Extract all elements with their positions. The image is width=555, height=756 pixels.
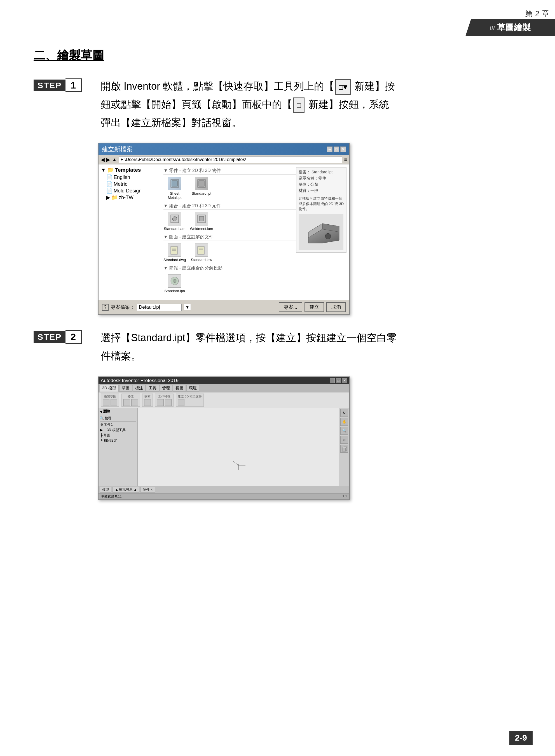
forward-btn[interactable]: ▶	[106, 157, 110, 163]
ribbon-tab-annotate[interactable]: 標注	[133, 385, 145, 392]
project-label: 專案檔案：	[111, 304, 135, 310]
sketch-icon[interactable]	[103, 399, 110, 406]
pan-tool[interactable]: ✋	[340, 418, 348, 426]
ribbon-content: 繪製草圖 修改 探索 工作特徵 建	[98, 392, 349, 408]
panel-item-sketch[interactable]: ├ 草圖	[100, 433, 136, 438]
tree-root: ▼ 📁 Templates	[101, 167, 158, 173]
project-dropdown[interactable]: ▼	[184, 304, 191, 310]
inv-close[interactable]: ✕	[342, 378, 347, 383]
panel-item-3d[interactable]: ▶ ├ 3D 模型工具	[100, 428, 136, 433]
up-btn[interactable]: ▲	[112, 157, 117, 163]
inventor-canvas	[138, 408, 339, 486]
step-1-text2b: 新建】按鈕，系統	[306, 98, 389, 110]
weldment-iam-label: Weldment.iam	[190, 227, 213, 231]
plane-icon[interactable]	[111, 399, 117, 406]
expand-icon: ▶	[100, 428, 103, 432]
project-btn[interactable]: 專案...	[279, 302, 302, 312]
ribbon-group-work: 工作特徵	[155, 394, 174, 407]
chapter-slash: ///	[490, 25, 495, 32]
inventor-titlebar: Autodesk Inventor Professional 2019 ─ □ …	[98, 377, 349, 384]
minimize-btn[interactable]: ─	[327, 147, 333, 152]
template-standard-idw[interactable]: Standard.idw	[190, 243, 213, 262]
preview-unit: 單位：公釐	[299, 182, 344, 187]
maximize-btn[interactable]: □	[334, 147, 339, 152]
template-weldment-iam[interactable]: Weldment.iam	[190, 212, 213, 231]
ribbon-tab-manage[interactable]: 管理	[160, 385, 172, 392]
explore-icon[interactable]	[144, 399, 151, 406]
tree-item-metric[interactable]: 📄 Metric	[101, 181, 158, 187]
ribbon-tab-view[interactable]: 視圖	[173, 385, 186, 392]
tree-file-icon2: 📄	[106, 181, 113, 187]
panel-item-part[interactable]: ⚙ 零件1	[100, 422, 136, 428]
ribbon-tab-3d[interactable]: 3D 模型	[100, 385, 119, 392]
tree-folder-icon: 📁	[107, 167, 114, 173]
ribbon-tab-list: 3D 模型 草圖 標注 工具 管理 視圖 環境	[100, 385, 348, 392]
tree-item-mold[interactable]: 📄 Mold Design	[101, 188, 158, 194]
modify-icon2[interactable]	[131, 399, 138, 406]
part-icon: ⚙	[100, 423, 103, 427]
work-icon2[interactable]	[165, 399, 172, 406]
help-icon[interactable]: ?	[102, 304, 109, 311]
step-1-num: 1	[66, 78, 82, 92]
zoom-tool[interactable]: 🔍	[340, 427, 348, 435]
template-standard-dwg[interactable]: Standard.dwg	[164, 243, 186, 262]
preview-file-value: Standard.ipt	[311, 170, 333, 174]
address-bar[interactable]: F:\Users\Public\Documents\Autodesk\Inven…	[119, 156, 343, 163]
tree-root-label: Templates	[115, 167, 141, 173]
close-btn[interactable]: ✕	[340, 147, 346, 152]
step-2-badge: STEP 2	[34, 330, 95, 344]
tree-item-zhtw[interactable]: ▶ 📁 zh-TW	[101, 194, 158, 201]
svg-line-22	[233, 461, 239, 465]
dialog-titlebar: 建立新檔案 ─ □ ✕	[98, 144, 349, 155]
object-tab[interactable]: 物件 ×	[140, 487, 155, 493]
status-left: 準備就緒 0.11	[101, 494, 122, 499]
template-sheet-metal[interactable]: SheetMetal.ipt	[164, 177, 186, 200]
inventor-screenshot: Autodesk Inventor Professional 2019 ─ □ …	[98, 376, 350, 500]
step-2-content: 選擇【Standard.ipt】零件檔選項，按【建立】按鈕建立一個空白零 件檔案…	[101, 329, 521, 365]
inventor-body: ◀ 瀏覽 🔍 搜尋 ⚙ 零件1 ▶ ├ 3D 模型工具 ├ 草圖 └ 初始設定	[98, 408, 349, 486]
step-1-text3: 彈出【建立新檔案】對話視窗。	[101, 117, 242, 128]
chapter-header: 第 2 章 /// 草圖繪製	[465, 8, 555, 36]
inv-minimize[interactable]: ─	[330, 378, 335, 383]
template-standard-iam[interactable]: Standard.iam	[164, 212, 186, 231]
section-title: 二、繪製草圖	[34, 48, 521, 63]
tree-file-icon4: 📁	[112, 194, 118, 201]
inventor-ribbon-tabs: 3D 模型 草圖 標注 工具 管理 視圖 環境	[98, 384, 349, 392]
svg-rect-3	[199, 181, 204, 186]
create-btn[interactable]: 建立	[304, 302, 324, 312]
inv-maximize[interactable]: □	[336, 378, 341, 383]
message-tab[interactable]: ▲ 顯示訊息 ▲	[113, 487, 139, 493]
step-1-content: 開啟 Inventor 軟體，點擊【快速存取】工具列上的【□▼ 新建】按 鈕或點…	[101, 77, 521, 132]
view-cube-tool[interactable]	[340, 445, 348, 453]
step-1-label: STEP	[34, 80, 66, 91]
preview-material: 材質：一般	[299, 188, 344, 193]
project-input[interactable]	[137, 304, 182, 311]
template-standard-ipt[interactable]: Standard.ipt	[190, 177, 213, 200]
zoom-all-tool[interactable]: ⊡	[340, 436, 348, 444]
modify-icon[interactable]	[123, 399, 130, 406]
work-icon[interactable]	[157, 399, 164, 406]
ribbon-tab-env[interactable]: 環境	[186, 385, 199, 392]
tree-file-icon3: 📄	[106, 188, 113, 194]
ribbon-tab-sketch[interactable]: 草圖	[119, 385, 132, 392]
cancel-btn[interactable]: 取消	[326, 302, 346, 312]
svg-point-24	[238, 465, 239, 466]
ribbon-group-modify: 修改	[122, 394, 140, 407]
panel-item-init[interactable]: └ 初始設定	[100, 438, 136, 443]
rotate-tool[interactable]: ↻	[340, 409, 348, 417]
tree-item-english[interactable]: 📄 English	[101, 174, 158, 181]
build-icon[interactable]	[178, 399, 184, 406]
view-icon: ≡	[344, 157, 347, 163]
titlebar-controls: ─ □ ✕	[327, 147, 346, 152]
standard-dwg-icon	[168, 243, 181, 256]
section-presentation: ▼ 簡報 - 建立組合的分解投影 Standard.ipn	[164, 265, 346, 293]
template-standard-ipn[interactable]: Standard.ipn	[164, 274, 186, 293]
chapter-number: 第 2 章	[465, 8, 555, 19]
chapter-title: /// 草圖繪製	[465, 19, 555, 36]
ribbon-tab-tools[interactable]: 工具	[146, 385, 159, 392]
model-tab[interactable]: 模型	[100, 487, 112, 493]
back-btn[interactable]: ◀	[101, 157, 105, 163]
step-2-label: STEP	[34, 331, 66, 343]
status-right: 1 1	[342, 494, 347, 499]
standard-dwg-label: Standard.dwg	[164, 258, 186, 262]
